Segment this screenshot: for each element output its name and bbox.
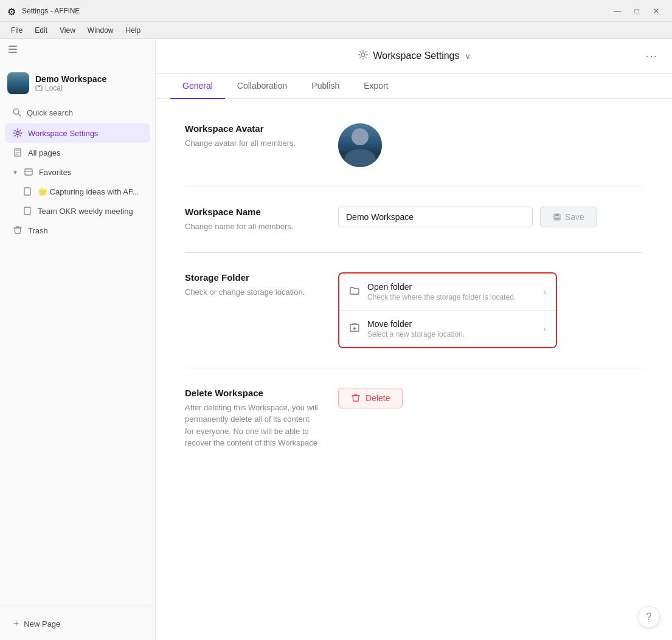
svg-rect-4 bbox=[38, 86, 40, 87]
minimize-button[interactable]: — bbox=[609, 5, 626, 17]
name-section-title: Workspace Name bbox=[185, 207, 319, 217]
app-layout: Demo Workspace Local Quick search bbox=[0, 39, 672, 640]
delete-section-info: Delete Workspace After deleting this Wor… bbox=[185, 388, 319, 449]
quick-search-button[interactable]: Quick search bbox=[5, 104, 150, 121]
menu-edit[interactable]: Edit bbox=[29, 25, 54, 36]
search-icon bbox=[12, 108, 22, 117]
delete-workspace-button[interactable]: Delete bbox=[338, 388, 403, 408]
storage-section-info: Storage Folder Check or change storage l… bbox=[185, 272, 319, 298]
tab-export[interactable]: Export bbox=[352, 74, 400, 99]
svg-rect-20 bbox=[555, 218, 559, 219]
move-folder-title: Move folder bbox=[367, 319, 536, 329]
workspace-name-input[interactable] bbox=[338, 207, 533, 227]
maximize-button[interactable]: □ bbox=[628, 5, 645, 17]
menubar: File Edit View Window Help bbox=[0, 22, 672, 39]
sidebar-item-label: Workspace Settings bbox=[28, 129, 98, 138]
workspace-name-label: Demo Workspace bbox=[35, 74, 148, 84]
sidebar-item-favorites[interactable]: ▼ Favorites bbox=[5, 162, 150, 182]
main-content: Workspace Settings ∨ ⋯ General Collabora… bbox=[156, 39, 672, 640]
name-section: Workspace Name Change name for all membe… bbox=[185, 187, 643, 253]
save-icon bbox=[553, 213, 561, 221]
menu-file[interactable]: File bbox=[5, 25, 29, 36]
sidebar-item-label: 🌟 Capturing ideas with AF... bbox=[38, 187, 139, 196]
move-folder-icon bbox=[349, 322, 360, 335]
avatar-section-title: Workspace Avatar bbox=[185, 123, 319, 134]
header-chevron-icon[interactable]: ∨ bbox=[465, 51, 471, 61]
storage-control: Open folder Check the where the storage … bbox=[338, 272, 643, 348]
plus-icon: + bbox=[13, 618, 19, 629]
tab-general[interactable]: General bbox=[170, 74, 225, 99]
workspace-avatar-small bbox=[7, 72, 29, 94]
sidebar-item-label: Trash bbox=[28, 226, 48, 235]
content-header: Workspace Settings ∨ ⋯ bbox=[156, 39, 672, 74]
trash-icon bbox=[12, 225, 23, 236]
open-folder-option[interactable]: Open folder Check the where the storage … bbox=[339, 274, 556, 311]
new-page-label: New Page bbox=[24, 619, 60, 628]
page-icon bbox=[22, 186, 33, 197]
menu-window[interactable]: Window bbox=[81, 25, 120, 36]
sidebar-toggle[interactable] bbox=[0, 39, 155, 63]
help-button[interactable]: ? bbox=[638, 606, 660, 628]
svg-rect-0 bbox=[9, 46, 17, 47]
trash-icon bbox=[351, 393, 361, 403]
sidebar-item-capturing-ideas[interactable]: 🌟 Capturing ideas with AF... bbox=[5, 182, 150, 201]
tab-publish[interactable]: Publish bbox=[299, 74, 352, 99]
sidebar-item-team-okr[interactable]: Team OKR weekly meeting bbox=[5, 201, 150, 221]
svg-rect-1 bbox=[9, 49, 17, 50]
sidebar-item-label: Favorites bbox=[39, 168, 71, 177]
sidebar-item-all-pages[interactable]: All pages bbox=[5, 143, 150, 162]
chevron-right-icon: › bbox=[543, 287, 546, 297]
help-icon: ? bbox=[646, 611, 652, 622]
settings-tabs: General Collaboration Publish Export bbox=[156, 74, 672, 99]
avatar-section-info: Workspace Avatar Change avatar for all m… bbox=[185, 123, 319, 150]
open-folder-info: Open folder Check the where the storage … bbox=[367, 282, 536, 301]
app-icon: ⚙ bbox=[7, 6, 17, 16]
sidebar-item-label: Team OKR weekly meeting bbox=[38, 207, 133, 216]
delete-section-desc: After deleting this Workspace, you will … bbox=[185, 402, 319, 449]
workspace-type-label: Local bbox=[35, 84, 148, 92]
svg-rect-14 bbox=[24, 188, 30, 195]
name-section-info: Workspace Name Change name for all membe… bbox=[185, 207, 319, 233]
avatar-image bbox=[338, 123, 382, 167]
chevron-right-icon: › bbox=[543, 324, 546, 334]
save-button[interactable]: Save bbox=[540, 207, 597, 227]
avatar-section-desc: Change avatar for all members. bbox=[185, 137, 319, 150]
settings-icon bbox=[12, 128, 23, 139]
avatar-section: Workspace Avatar Change avatar for all m… bbox=[185, 119, 643, 187]
gear-icon bbox=[358, 49, 369, 63]
open-folder-desc: Check the where the storage folder is lo… bbox=[367, 293, 536, 301]
pages-icon bbox=[12, 147, 23, 158]
storage-section-desc: Check or change storage location. bbox=[185, 286, 319, 298]
close-button[interactable]: ✕ bbox=[648, 5, 665, 17]
name-input-row: Save bbox=[338, 207, 643, 227]
page-title: Workspace Settings bbox=[373, 50, 460, 61]
avatar-control bbox=[338, 123, 643, 167]
sidebar-nav: Workspace Settings All pages ▼ bbox=[0, 121, 155, 607]
svg-rect-15 bbox=[24, 207, 30, 215]
favorites-icon bbox=[23, 167, 34, 177]
workspace-avatar-large[interactable] bbox=[338, 123, 382, 167]
menu-view[interactable]: View bbox=[54, 25, 81, 36]
more-options-button[interactable]: ⋯ bbox=[645, 49, 657, 63]
workspace-selector[interactable]: Demo Workspace Local bbox=[0, 63, 155, 104]
save-label: Save bbox=[565, 212, 584, 222]
name-control: Save bbox=[338, 207, 643, 227]
titlebar: ⚙ Settings - AFFiNE — □ ✕ bbox=[0, 0, 672, 22]
storage-section: Storage Folder Check or change storage l… bbox=[185, 253, 643, 368]
menu-help[interactable]: Help bbox=[120, 25, 147, 36]
move-folder-desc: Select a new storage location. bbox=[367, 330, 536, 339]
new-page-button[interactable]: + New Page bbox=[7, 613, 148, 634]
sidebar-item-trash[interactable]: Trash bbox=[5, 221, 150, 240]
storage-options-box: Open folder Check the where the storage … bbox=[338, 272, 557, 348]
quick-search-label: Quick search bbox=[27, 108, 73, 117]
move-folder-info: Move folder Select a new storage locatio… bbox=[367, 319, 536, 339]
svg-point-7 bbox=[16, 132, 19, 135]
move-folder-option[interactable]: Move folder Select a new storage locatio… bbox=[339, 311, 556, 347]
svg-line-6 bbox=[18, 114, 21, 116]
workspace-info: Demo Workspace Local bbox=[35, 74, 148, 92]
delete-section-title: Delete Workspace bbox=[185, 388, 319, 398]
sidebar-item-workspace-settings[interactable]: Workspace Settings bbox=[5, 123, 150, 143]
delete-label: Delete bbox=[365, 393, 390, 403]
tab-collaboration[interactable]: Collaboration bbox=[225, 74, 300, 99]
svg-rect-12 bbox=[25, 169, 32, 175]
